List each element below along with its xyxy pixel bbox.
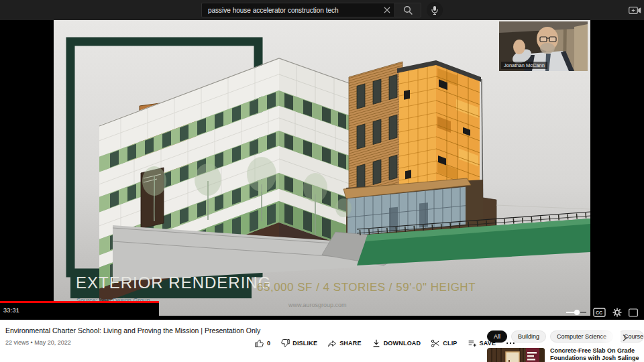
share-icon [327, 339, 337, 348]
related-video-thumbnail[interactable] [487, 348, 545, 362]
search-button[interactable] [394, 3, 421, 17]
download-label: DOWNLOAD [384, 340, 421, 347]
chip-computer-science[interactable]: Computer Science [550, 330, 613, 343]
slide-website: www.aurosgroup.com [288, 302, 347, 308]
top-bar [0, 0, 644, 20]
cc-icon: CC [596, 310, 602, 315]
time-display-area: 33:31 [0, 303, 159, 320]
related-title-line2: Foundations with Josh Salinge [550, 355, 644, 362]
clip-label: CLIP [443, 340, 457, 347]
settings-button[interactable] [612, 307, 623, 318]
download-button[interactable]: DOWNLOAD [372, 339, 421, 348]
speaker-name-label: Jonathan McCann [501, 62, 547, 69]
related-title-line1: Concrete-Free Slab On Grade [550, 347, 644, 355]
download-icon [372, 339, 381, 348]
speaker-webcam: Jonathan McCann [499, 21, 588, 71]
video-meta: 22 views • May 20, 2022 [5, 339, 71, 346]
clear-search-icon[interactable] [382, 5, 392, 15]
scissors-icon [431, 339, 440, 348]
chip-building[interactable]: Building [511, 330, 546, 343]
chip-all[interactable]: All [487, 330, 507, 343]
captions-button[interactable]: CC [593, 308, 606, 317]
youtube-page: EXTERIOR RENDERING 65,000 SF / 4 STORIES… [0, 0, 644, 362]
thumbs-up-icon [255, 339, 264, 348]
player-controls: CC [566, 306, 638, 319]
search-icon [403, 5, 413, 15]
filter-chips: All Building Computer Science Course [487, 330, 644, 343]
search-box[interactable] [201, 3, 394, 17]
share-button[interactable]: SHARE [327, 339, 362, 348]
volume-slider[interactable] [566, 308, 587, 317]
create-video-icon [629, 5, 641, 15]
create-button[interactable] [628, 4, 641, 16]
miniplayer-button[interactable] [629, 308, 638, 317]
chips-next-button[interactable] [621, 333, 629, 341]
current-time: 33:31 [3, 307, 19, 314]
progress-bar[interactable] [0, 301, 159, 303]
thumbs-down-icon [280, 339, 290, 348]
like-button[interactable]: 0 [255, 339, 270, 348]
slide-title: EXTERIOR RENDERING [76, 274, 271, 292]
slide-stats: 65,000 SF / 4 STORIES / 59'-0" HEIGHT [257, 281, 476, 294]
dislike-button[interactable]: DISLIKE [280, 339, 317, 348]
video-title: Environmental Charter School: Living and… [5, 326, 421, 335]
mic-icon [430, 5, 439, 15]
chevron-right-icon [621, 334, 629, 342]
search-input[interactable] [208, 7, 380, 14]
mic-button[interactable] [427, 2, 443, 18]
action-bar: 0 DISLIKE SHARE DOWNLOAD CLIP SAVE [255, 337, 515, 349]
clip-button[interactable]: CLIP [431, 339, 457, 348]
playlist-add-icon [468, 339, 477, 348]
like-count: 0 [267, 340, 270, 347]
share-label: SHARE [339, 340, 362, 347]
dislike-label: DISLIKE [292, 340, 317, 347]
related-video-title[interactable]: Concrete-Free Slab On Grade Foundations … [550, 347, 644, 362]
video-player[interactable]: EXTERIOR RENDERING 65,000 SF / 4 STORIES… [0, 20, 644, 320]
